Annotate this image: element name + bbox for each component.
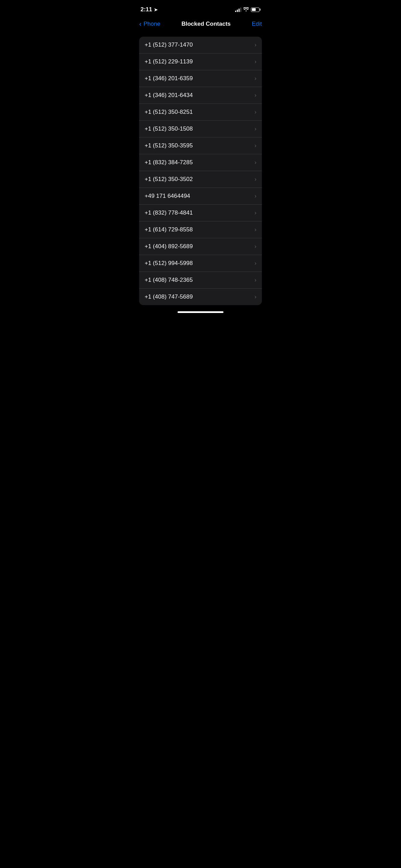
phone-number: +1 (512) 229-1139 (145, 58, 193, 65)
back-label: Phone (144, 21, 160, 27)
phone-number: +1 (832) 778-4841 (145, 209, 193, 216)
phone-number: +49 171 6464494 (145, 193, 190, 200)
list-item[interactable]: +1 (346) 201-6434› (139, 87, 262, 104)
list-item[interactable]: +1 (346) 201-6359› (139, 70, 262, 87)
nav-bar: ‹ Phone Blocked Contacts Edit (134, 17, 267, 33)
chevron-right-icon: › (255, 243, 256, 250)
chevron-right-icon: › (255, 294, 256, 300)
time-display: 2:11 (141, 6, 152, 13)
phone-number: +1 (404) 892-5689 (145, 243, 193, 250)
location-icon: ➤ (154, 7, 158, 12)
chevron-right-icon: › (255, 42, 256, 48)
signal-bar-4 (240, 8, 241, 12)
phone-number: +1 (346) 201-6359 (145, 75, 193, 82)
phone-number: +1 (408) 748-2365 (145, 277, 193, 284)
blocked-contacts-list: +1 (512) 377-1470›+1 (512) 229-1139›+1 (… (139, 37, 262, 305)
chevron-right-icon: › (255, 59, 256, 65)
list-item[interactable]: +1 (512) 350-3595› (139, 137, 262, 154)
phone-number: +1 (346) 201-6434 (145, 92, 193, 99)
signal-bar-3 (239, 9, 240, 12)
wifi-icon (243, 7, 249, 12)
battery-icon (251, 8, 260, 12)
edit-button[interactable]: Edit (252, 21, 262, 27)
page-title: Blocked Contacts (181, 21, 231, 27)
chevron-right-icon: › (255, 260, 256, 266)
back-button[interactable]: ‹ Phone (139, 20, 160, 28)
list-item[interactable]: +1 (512) 994-5998› (139, 255, 262, 272)
chevron-right-icon: › (255, 75, 256, 82)
list-item[interactable]: +1 (404) 892-5689› (139, 238, 262, 255)
chevron-right-icon: › (255, 210, 256, 216)
chevron-right-icon: › (255, 193, 256, 199)
phone-number: +1 (512) 350-1508 (145, 125, 193, 132)
back-chevron-icon: ‹ (139, 20, 142, 28)
home-bar (178, 311, 223, 313)
signal-bar-2 (237, 10, 238, 12)
phone-number: +1 (512) 994-5998 (145, 260, 193, 267)
chevron-right-icon: › (255, 159, 256, 166)
signal-bar-1 (235, 11, 236, 12)
phone-number: +1 (512) 350-3595 (145, 142, 193, 149)
list-item[interactable]: +1 (614) 729-8558› (139, 221, 262, 238)
list-item[interactable]: +1 (832) 778-4841› (139, 205, 262, 221)
list-item[interactable]: +1 (512) 350-3502› (139, 171, 262, 188)
chevron-right-icon: › (255, 143, 256, 149)
list-item[interactable]: +1 (512) 350-1508› (139, 121, 262, 137)
phone-number: +1 (614) 729-8558 (145, 226, 193, 233)
list-item[interactable]: +1 (408) 748-2365› (139, 272, 262, 289)
chevron-right-icon: › (255, 176, 256, 182)
status-icons (235, 7, 260, 12)
status-time: 2:11 ➤ (141, 6, 158, 13)
chevron-right-icon: › (255, 92, 256, 98)
chevron-right-icon: › (255, 109, 256, 115)
phone-number: +1 (512) 377-1470 (145, 41, 193, 48)
chevron-right-icon: › (255, 126, 256, 132)
list-item[interactable]: +1 (832) 384-7285› (139, 154, 262, 171)
list-item[interactable]: +1 (512) 229-1139› (139, 53, 262, 70)
list-item[interactable]: +49 171 6464494› (139, 188, 262, 205)
home-indicator (134, 309, 267, 316)
list-item[interactable]: +1 (408) 747-5689› (139, 289, 262, 305)
phone-number: +1 (408) 747-5689 (145, 293, 193, 300)
list-item[interactable]: +1 (512) 377-1470› (139, 37, 262, 53)
phone-number: +1 (832) 384-7285 (145, 159, 193, 166)
list-item[interactable]: +1 (512) 350-8251› (139, 104, 262, 121)
phone-number: +1 (512) 350-3502 (145, 176, 193, 183)
chevron-right-icon: › (255, 277, 256, 283)
signal-icon (235, 7, 241, 12)
chevron-right-icon: › (255, 227, 256, 233)
phone-number: +1 (512) 350-8251 (145, 109, 193, 116)
status-bar: 2:11 ➤ (134, 0, 267, 17)
